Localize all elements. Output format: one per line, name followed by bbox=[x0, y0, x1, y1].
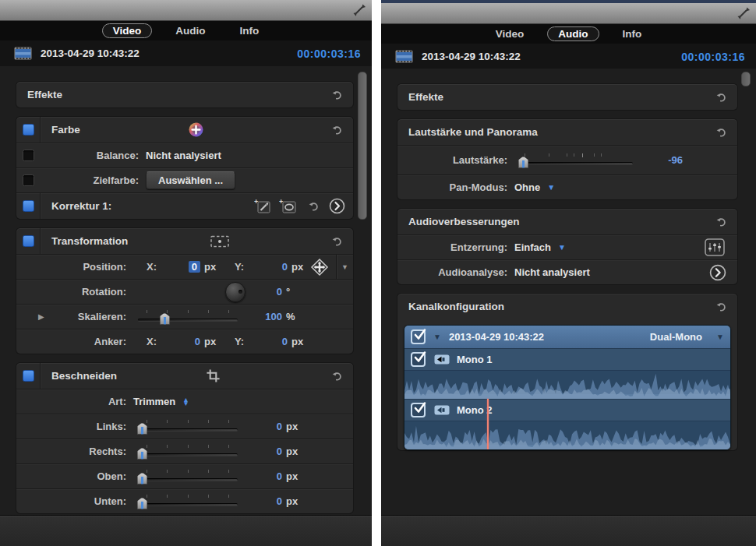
korrektur-enable-checkbox[interactable] bbox=[23, 200, 34, 212]
color-mask-eyedropper-icon[interactable]: + bbox=[254, 198, 271, 214]
crop-icon[interactable] bbox=[206, 368, 221, 383]
effekte-title: Effekte bbox=[408, 91, 443, 103]
speaker-icon bbox=[434, 354, 450, 365]
rotation-row: Rotation: 0 ° bbox=[16, 279, 353, 304]
position-y-value[interactable]: 0 bbox=[244, 261, 288, 273]
oben-slider[interactable] bbox=[136, 469, 239, 484]
rechts-slider[interactable] bbox=[136, 444, 239, 460]
mono2-row[interactable]: Mono 2 bbox=[404, 399, 730, 421]
skalieren-slider[interactable] bbox=[136, 309, 239, 325]
position-x-value[interactable]: 0 bbox=[157, 261, 200, 273]
korrektur-row[interactable]: Korrektur 1: + + bbox=[16, 192, 353, 219]
pan-value[interactable]: Ohne bbox=[514, 181, 540, 193]
volume-slider[interactable] bbox=[518, 153, 634, 168]
unten-value[interactable]: 0 bbox=[248, 495, 282, 507]
reset-lautstaerke-button[interactable] bbox=[714, 126, 728, 139]
skalieren-value[interactable]: 100 bbox=[248, 311, 282, 322]
transform-onscreen-control-icon[interactable] bbox=[210, 234, 230, 248]
reset-effekte-button[interactable] bbox=[330, 89, 344, 101]
lautstaerke-header[interactable]: Lautstärke und Panorama bbox=[397, 119, 737, 145]
window-titlebar[interactable] bbox=[381, 3, 756, 24]
reset-verbesserungen-button[interactable] bbox=[714, 216, 728, 228]
links-slider[interactable] bbox=[136, 419, 239, 435]
playhead-line[interactable] bbox=[487, 399, 489, 449]
tab-audio[interactable]: Audio bbox=[547, 26, 599, 41]
reset-transformation-button[interactable] bbox=[330, 235, 344, 248]
tab-info[interactable]: Info bbox=[229, 23, 270, 38]
mono1-checkbox[interactable] bbox=[411, 352, 426, 367]
entzerrung-value[interactable]: Einfach bbox=[514, 241, 551, 253]
oben-label: Oben: bbox=[16, 470, 133, 482]
effekte-header[interactable]: Effekte bbox=[397, 84, 737, 110]
rotation-dial[interactable] bbox=[225, 282, 246, 302]
volume-value[interactable]: -96 bbox=[639, 154, 683, 166]
transformation-header[interactable]: Transformation bbox=[16, 228, 353, 254]
oben-value[interactable]: 0 bbox=[248, 470, 282, 482]
channel-config-block: ▼ 2013-04-29 10:43:22 Dual-Mono ▼ Mono 1 bbox=[404, 325, 731, 450]
art-value[interactable]: Trimmen bbox=[133, 396, 175, 407]
audioanalyse-row: Audioanalyse: Nicht analysiert bbox=[397, 259, 737, 284]
reset-korrektur-button[interactable] bbox=[306, 200, 320, 213]
tab-audio[interactable]: Audio bbox=[164, 23, 216, 38]
rotation-value[interactable]: 0 bbox=[248, 286, 282, 298]
mono2-waveform[interactable] bbox=[404, 421, 730, 449]
position-y-label: Y: bbox=[221, 261, 244, 273]
reset-kanal-button[interactable] bbox=[714, 301, 728, 313]
kanal-header[interactable]: Kanalkonfiguration bbox=[397, 294, 737, 319]
skalieren-disclosure-icon[interactable]: ▶ bbox=[38, 312, 44, 321]
rechts-value[interactable]: 0 bbox=[248, 446, 282, 457]
entzerrung-dropdown-icon[interactable]: ▼ bbox=[558, 243, 566, 252]
anker-y-value[interactable]: 0 bbox=[244, 336, 288, 347]
beschneiden-header[interactable]: Beschneiden bbox=[16, 363, 353, 389]
farbe-enable-checkbox[interactable] bbox=[23, 124, 34, 136]
mono1-waveform[interactable] bbox=[404, 370, 730, 399]
equalizer-button[interactable] bbox=[705, 238, 725, 256]
pan-dropdown-icon[interactable]: ▼ bbox=[547, 183, 555, 192]
reset-farbe-button[interactable] bbox=[330, 124, 344, 136]
clip-icon bbox=[14, 47, 32, 60]
reset-beschneiden-button[interactable] bbox=[330, 370, 344, 382]
transformation-enable-checkbox[interactable] bbox=[23, 235, 34, 247]
farbe-header[interactable]: Farbe bbox=[16, 117, 353, 143]
unten-slider[interactable] bbox=[136, 494, 239, 509]
channel-mode-value[interactable]: Dual-Mono bbox=[650, 331, 702, 343]
channel-clip-checkbox[interactable] bbox=[411, 329, 426, 344]
links-value[interactable]: 0 bbox=[248, 421, 282, 432]
anker-label: Anker: bbox=[16, 336, 133, 347]
mono1-strip: Mono 1 bbox=[404, 348, 730, 399]
expand-icon[interactable] bbox=[737, 6, 751, 20]
zielfarbe-checkbox[interactable] bbox=[23, 174, 34, 186]
scrollbar-thumb[interactable] bbox=[358, 72, 367, 220]
channel-mode-dropdown-icon[interactable]: ▼ bbox=[716, 333, 724, 341]
go-to-correction-arrow-icon[interactable] bbox=[329, 198, 345, 214]
window-titlebar[interactable] bbox=[0, 0, 372, 21]
channel-clip-row[interactable]: ▼ 2013-04-29 10:43:22 Dual-Mono ▼ bbox=[404, 326, 730, 348]
go-to-analysis-arrow-icon[interactable] bbox=[709, 264, 726, 281]
auswaehlen-button[interactable]: Auswählen ... bbox=[146, 171, 235, 189]
scrollbar-thumb[interactable] bbox=[741, 72, 751, 86]
timecode-display[interactable]: 00:00:03:16 bbox=[681, 51, 745, 63]
channel-disclosure-icon[interactable]: ▼ bbox=[433, 333, 441, 341]
oben-unit: px bbox=[282, 470, 305, 482]
verbesserungen-header[interactable]: Audioverbesserungen bbox=[397, 209, 737, 234]
add-color-correction-icon[interactable] bbox=[189, 122, 203, 137]
effekte-header[interactable]: Effekte bbox=[16, 82, 353, 107]
anker-x-value[interactable]: 0 bbox=[157, 336, 200, 347]
position-dropdown-icon[interactable]: ▼ bbox=[337, 263, 353, 271]
position-move-icon[interactable] bbox=[309, 257, 330, 277]
reset-effekte-button[interactable] bbox=[714, 91, 728, 104]
mono2-checkbox[interactable] bbox=[411, 403, 426, 417]
clip-info-row: 2013-04-29 10:43:22 00:00:03:16 bbox=[381, 44, 756, 70]
expand-icon[interactable] bbox=[352, 3, 366, 17]
balance-checkbox[interactable] bbox=[23, 150, 34, 161]
mono1-row[interactable]: Mono 1 bbox=[404, 348, 730, 370]
art-popup-icon[interactable]: ▲▼ bbox=[182, 398, 189, 406]
tab-video[interactable]: Video bbox=[485, 26, 535, 41]
beschneiden-enable-checkbox[interactable] bbox=[23, 370, 34, 382]
korrektur-label: Korrektur 1: bbox=[51, 200, 111, 212]
timecode-display[interactable]: 00:00:03:16 bbox=[297, 48, 361, 60]
shape-mask-icon[interactable]: + bbox=[279, 198, 297, 214]
tab-info[interactable]: Info bbox=[612, 26, 653, 41]
position-label: Position: bbox=[16, 261, 133, 273]
tab-video[interactable]: Video bbox=[102, 23, 153, 38]
